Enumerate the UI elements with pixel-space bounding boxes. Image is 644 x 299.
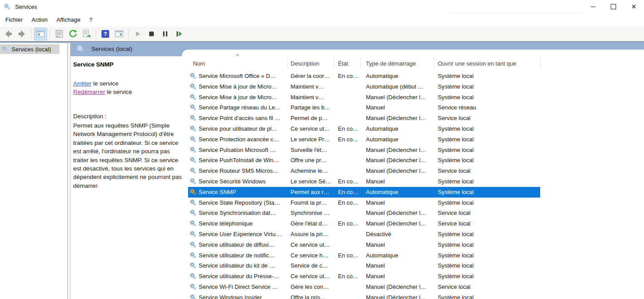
header-separator-1 — [287, 58, 288, 69]
cell-name: Service Pulsation Microsoft … — [199, 145, 290, 155]
column-header-tat[interactable]: État — [338, 60, 363, 67]
tree-services-icon — [2, 46, 9, 53]
tree-item-services-local[interactable]: Services (local) — [0, 44, 59, 54]
export-list-icon — [82, 29, 92, 39]
cell-description: Le service Pr… — [291, 134, 336, 145]
cell-state — [338, 82, 364, 92]
minimize-button[interactable] — [583, 0, 603, 13]
cell-description: Permet de p… — [291, 113, 336, 124]
table-row[interactable]: Service Wi-Fi Direct Service …Gère les c… — [188, 282, 540, 292]
cell-state — [338, 92, 364, 103]
header-separator-4 — [434, 58, 434, 69]
table-row[interactable]: Service utilisateur de diffusi…Ce servic… — [188, 240, 540, 250]
cell-logon-as: Système local — [438, 292, 539, 299]
tree-item-label: Services (local) — [12, 46, 51, 53]
cell-logon-as: Service réseau — [438, 102, 539, 113]
menu-item-affichage[interactable]: Affichage — [52, 13, 85, 27]
cell-state: En co… — [338, 134, 364, 145]
table-row[interactable]: Service pour utilisateur de pl…Ce servic… — [188, 124, 540, 134]
services-list: NomDescriptionÉtatType de démarrageOuvri… — [182, 50, 644, 299]
cell-description: Maintient v… — [291, 82, 336, 92]
table-row[interactable]: Service utilisateur du Presse-…Ce servic… — [188, 271, 540, 282]
cell-name: Service utilisateur du Presse-… — [199, 271, 290, 282]
forward-button[interactable] — [16, 28, 28, 40]
table-row[interactable]: Service Synchronisation dat…Synchronise … — [188, 208, 540, 218]
table-row[interactable]: Service Protection avancée c…Le service … — [188, 134, 540, 145]
cell-name: Service Routeur SMS Micros… — [199, 166, 290, 176]
cell-startup-type: Manuel — [366, 198, 436, 208]
cell-name: Service utilisateur de diffusi… — [199, 240, 290, 250]
properties-button[interactable] — [53, 28, 66, 40]
window-title: Services — [15, 4, 37, 10]
service-gear-icon — [189, 104, 197, 112]
start-service-button[interactable] — [131, 28, 144, 40]
menu-item-help[interactable]: ? — [85, 13, 97, 27]
service-gear-icon — [189, 114, 197, 122]
column-header-ouvrir-une-session-en-tant-que[interactable]: Ouvrir une session en tant que — [438, 60, 544, 67]
table-row[interactable]: Service User Experience Virtu…Assure la … — [188, 229, 540, 240]
table-row[interactable]: Service Partage réseau du Le…Partage les… — [188, 102, 540, 113]
service-action-links: Arrêter le service Redémarrer le service — [73, 79, 132, 96]
cell-logon-as: Système local — [438, 198, 539, 208]
cell-logon-as: Système local — [438, 71, 539, 82]
cell-description: Offre une pr… — [291, 155, 336, 166]
refresh-button[interactable] — [67, 28, 79, 40]
sort-ascending-icon — [236, 54, 240, 56]
cell-state: En co… — [338, 198, 364, 208]
cell-state — [338, 113, 364, 124]
table-row[interactable]: Service utilisateur du kit de …Service d… — [188, 260, 540, 271]
show-action-pane-button[interactable] — [113, 28, 126, 40]
export-list-button[interactable] — [80, 28, 93, 40]
service-gear-icon — [189, 146, 197, 154]
forward-icon — [17, 29, 27, 39]
table-row[interactable]: Service Routeur SMS Micros…Achemine le…M… — [188, 166, 540, 176]
service-gear-icon — [189, 252, 197, 260]
cell-description: Partage les b… — [291, 102, 336, 113]
cell-name: Service PushToInstall de Win… — [199, 155, 290, 166]
start-service-icon — [133, 29, 143, 39]
help-button[interactable]: ? — [99, 28, 112, 40]
stop-service-button[interactable] — [145, 28, 158, 40]
column-header-nom[interactable]: Nom — [193, 60, 284, 67]
cell-logon-as: Service local — [438, 166, 539, 176]
cell-description: Le service Sé… — [291, 176, 336, 187]
cell-state — [338, 145, 364, 155]
restart-service-button[interactable] — [173, 28, 185, 40]
cell-name: Service Microsoft Office « D… — [199, 71, 290, 82]
column-header-description[interactable]: Description — [291, 60, 335, 67]
table-row[interactable]: Service Sécurité WindowsLe service Sé…En… — [188, 176, 540, 187]
restart-service-link[interactable]: Redémarrer — [73, 89, 105, 95]
cell-description: Offre la pris… — [291, 292, 336, 299]
table-row[interactable]: Service Microsoft Office « D…Gérer la co… — [188, 71, 540, 82]
description-label: Description : — [73, 113, 106, 120]
cell-logon-as: Système local — [438, 134, 539, 145]
cell-startup-type: Manuel (Déclencher l… — [366, 166, 436, 176]
close-button[interactable] — [624, 0, 644, 13]
table-row[interactable]: Service SNMPPermet aux r…En co…Automatiq… — [188, 187, 540, 198]
table-row[interactable]: Service téléphoniqueGère l'état d…En co…… — [188, 218, 540, 229]
table-row[interactable]: Service Mise à jour de Micro…Maintient v… — [188, 92, 540, 103]
menu-item-fichier[interactable]: Fichier — [1, 13, 27, 27]
rows: Service Microsoft Office « D…Gérer la co… — [188, 71, 540, 299]
cell-state — [338, 282, 364, 292]
cell-description: Ce service ut… — [291, 124, 336, 134]
table-row[interactable]: Service PushToInstall de Win…Offre une p… — [188, 155, 540, 166]
table-row[interactable]: Service State Repository (Sta…Fournit la… — [188, 198, 540, 208]
stop-service-link[interactable]: Arrêter — [73, 80, 91, 87]
refresh-icon — [68, 29, 78, 39]
back-button[interactable] — [2, 28, 15, 40]
table-row[interactable]: Service Mise à jour de Micro…Maintient v… — [188, 82, 540, 92]
service-gear-icon — [189, 262, 197, 270]
maximize-button[interactable] — [603, 0, 624, 13]
cell-name: Service Point d'accès sans fil … — [199, 113, 290, 124]
pause-service-button[interactable] — [159, 28, 172, 40]
menu-item-action[interactable]: Action — [27, 13, 52, 27]
show-console-tree-button[interactable] — [34, 28, 47, 40]
column-header-type-de-d-marrage[interactable]: Type de démarrage — [366, 60, 435, 67]
table-row[interactable]: Service Windows InsiderOffre la pris…Man… — [188, 292, 540, 299]
toolbar-separator-3 — [96, 29, 96, 39]
table-row[interactable]: Service Pulsation Microsoft …Surveille l… — [188, 145, 540, 155]
cell-state: En co… — [338, 124, 364, 134]
table-row[interactable]: Service utilisateur de notific…Ce servic… — [188, 250, 540, 261]
table-row[interactable]: Service Point d'accès sans fil …Permet d… — [188, 113, 540, 124]
